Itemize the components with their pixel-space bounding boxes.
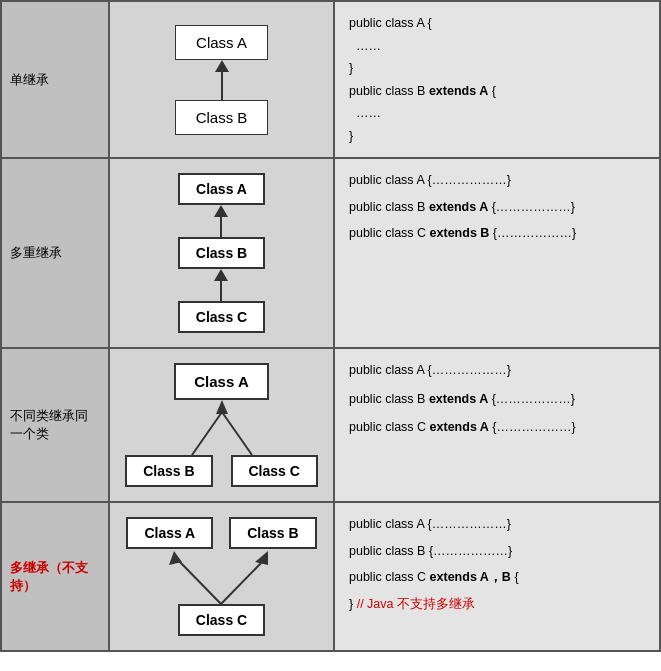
code-line: …… bbox=[349, 35, 645, 58]
code-multi-level: public class A {………………} public class B e… bbox=[335, 159, 659, 347]
label-text-single: 单继承 bbox=[10, 71, 49, 89]
code-line: public class B extends A {………………} bbox=[349, 388, 645, 411]
code-line: public class A {………………} bbox=[349, 169, 645, 192]
row-multi-level: 多重继承 Class A Class B Class C public clas… bbox=[2, 159, 659, 349]
code-line: public class B extends A { bbox=[349, 80, 645, 103]
label-multi-level: 多重继承 bbox=[2, 159, 110, 347]
class-box-B-fan: Class B bbox=[125, 455, 212, 487]
class-box-A-single: Class A bbox=[175, 25, 268, 60]
fan-arrows-svg bbox=[152, 400, 292, 455]
code-line: } bbox=[349, 57, 645, 80]
code-line: …… bbox=[349, 102, 645, 125]
row-multi-inherit: 多继承（不支持） Class A Class B C bbox=[2, 503, 659, 650]
class-box-B-multi: Class B bbox=[178, 237, 265, 269]
label-text-multi-level: 多重继承 bbox=[10, 244, 62, 262]
code-line: public class A {………………} bbox=[349, 513, 645, 536]
diagram-multi-level: Class A Class B Class C bbox=[110, 159, 335, 347]
code-multi-inherit: public class A {………………} public class B {… bbox=[335, 503, 659, 650]
multi-parent-arrows-svg bbox=[141, 549, 301, 604]
class-box-B-mp: Class B bbox=[229, 517, 316, 549]
code-single: public class A { …… } public class B ext… bbox=[335, 2, 659, 157]
inheritance-table: 单继承 Class A Class B public class A { …… … bbox=[0, 0, 661, 652]
svg-marker-6 bbox=[255, 551, 268, 565]
svg-line-0 bbox=[192, 412, 222, 455]
class-box-A-multi: Class A bbox=[178, 173, 265, 205]
code-line: } // Java 不支持多继承 bbox=[349, 593, 645, 616]
label-single: 单继承 bbox=[2, 2, 110, 157]
diagram-multi-inherit: Class A Class B Class C bbox=[110, 503, 335, 650]
code-line: public class A { bbox=[349, 12, 645, 35]
code-line: } bbox=[349, 125, 645, 148]
code-line: public class C extends A {………………} bbox=[349, 416, 645, 439]
diagram-fan-in: Class A Class B Class C bbox=[110, 349, 335, 501]
svg-marker-1 bbox=[216, 400, 228, 414]
row-single-inheritance: 单继承 Class A Class B public class A { …… … bbox=[2, 2, 659, 159]
svg-line-5 bbox=[221, 561, 263, 604]
code-line: public class C extends B {………………} bbox=[349, 222, 645, 245]
class-box-B-single: Class B bbox=[175, 100, 269, 135]
code-line: public class B {………………} bbox=[349, 540, 645, 563]
code-fan-in: public class A {………………} public class B e… bbox=[335, 349, 659, 501]
code-line: public class C extends A，B { bbox=[349, 566, 645, 589]
class-box-C-mp: Class C bbox=[178, 604, 265, 636]
svg-line-2 bbox=[222, 412, 252, 455]
class-box-C-multi: Class C bbox=[178, 301, 265, 333]
class-box-C-fan: Class C bbox=[231, 455, 318, 487]
class-box-A-mp: Class A bbox=[126, 517, 213, 549]
code-line: public class B extends A {………………} bbox=[349, 196, 645, 219]
label-text-fan-in: 不同类继承同一个类 bbox=[10, 407, 100, 443]
code-line: public class A {………………} bbox=[349, 359, 645, 382]
label-text-multi-inherit: 多继承（不支持） bbox=[10, 559, 100, 595]
class-box-A-fan: Class A bbox=[174, 363, 268, 400]
diagram-single: Class A Class B bbox=[110, 2, 335, 157]
label-fan-in: 不同类继承同一个类 bbox=[2, 349, 110, 501]
row-fan-in: 不同类继承同一个类 Class A Class B bbox=[2, 349, 659, 503]
label-multi-inherit: 多继承（不支持） bbox=[2, 503, 110, 650]
svg-line-3 bbox=[179, 561, 221, 604]
